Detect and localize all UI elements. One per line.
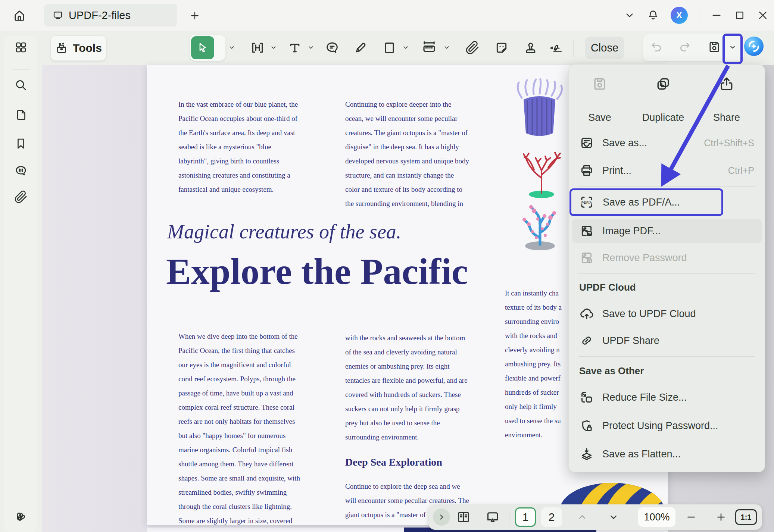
printer-icon	[579, 163, 594, 178]
bottombar-divider	[509, 510, 509, 524]
sidebar-item-appearance[interactable]	[14, 509, 28, 522]
shield-lock-icon	[579, 418, 594, 433]
menu-save-button[interactable]: Save	[575, 73, 624, 125]
reading-mode-button[interactable]	[452, 504, 475, 530]
menu-divider	[578, 186, 755, 187]
previous-page-button[interactable]	[571, 504, 593, 530]
cloud-upload-icon	[579, 306, 594, 321]
measure-tool-button[interactable]	[419, 36, 440, 60]
window-separator	[699, 8, 699, 23]
stamp-icon	[523, 40, 538, 55]
menu-item-image-pdf[interactable]: Image PDF...	[572, 219, 762, 243]
sidebar-item-search[interactable]	[14, 78, 28, 92]
doc-section-heading: Deep Sea Exploration	[345, 456, 442, 468]
sidebar-item-thumbnails[interactable]	[14, 41, 28, 54]
notifications-button[interactable]	[647, 9, 659, 22]
minimize-button[interactable]	[711, 9, 722, 21]
menu-item-remove-password[interactable]: Remove Password	[572, 246, 762, 270]
select-tool-chevron[interactable]	[227, 42, 237, 53]
close-editor-button[interactable]: Close	[585, 37, 624, 59]
save-icon	[707, 40, 721, 54]
menu-section-save-as-other: Save as Other	[579, 365, 644, 377]
measure-tool-chevron[interactable]	[442, 42, 452, 53]
collapse-chevron-button[interactable]	[624, 9, 636, 21]
bottom-toolbar: 1 2 100% 1:1	[428, 504, 762, 530]
maximize-button[interactable]	[734, 9, 746, 21]
doc-paragraph: In the vast embrace of our blue planet, …	[178, 97, 298, 197]
next-page-button[interactable]	[602, 504, 625, 530]
sidebar-item-bookmarks[interactable]	[14, 137, 28, 150]
menu-item-shortcut: Ctrl+P	[728, 165, 754, 176]
tab-title: UPDF-2-files	[69, 9, 131, 22]
select-tool-button[interactable]	[191, 36, 214, 59]
sidebar-item-attachments[interactable]	[14, 190, 28, 204]
sidebar-divider	[12, 69, 30, 70]
menu-item-save-as-flatten[interactable]: Save as Flatten...	[572, 442, 762, 466]
menu-item-save-to-updf-cloud[interactable]: Save to UPDF Cloud	[572, 302, 762, 326]
actual-size-button[interactable]: 1:1	[735, 509, 757, 525]
chevron-down-icon	[608, 511, 619, 523]
signature-icon	[547, 39, 565, 57]
zoom-level[interactable]: 100%	[638, 507, 675, 527]
user-avatar[interactable]: X	[671, 7, 688, 24]
sidebar-item-comments[interactable]	[14, 164, 28, 178]
menu-item-protect-using-password[interactable]: Protect Using Password...	[572, 414, 762, 438]
tools-button[interactable]: Tools	[50, 35, 106, 61]
close-window-button[interactable]	[757, 9, 769, 21]
menu-duplicate-label: Duplicate	[642, 112, 684, 123]
menu-item-label: Save to UPDF Cloud	[602, 308, 696, 320]
home-button[interactable]	[10, 6, 29, 25]
comment-icon	[325, 40, 340, 55]
page-button-2[interactable]: 2	[541, 507, 562, 527]
menu-divider	[578, 356, 755, 357]
doc-paragraph: When we dive deep into the bottom of the…	[178, 329, 301, 525]
save-button[interactable]	[704, 35, 725, 59]
presentation-mode-button[interactable]	[481, 504, 504, 530]
menu-duplicate-button[interactable]: Duplicate	[639, 73, 687, 125]
zoom-out-button[interactable]	[681, 504, 702, 530]
menu-item-label: Save as...	[602, 137, 647, 149]
remove-password-icon	[579, 250, 594, 265]
menu-item-save-as-pdfa[interactable]: PDF/A Save as PDF/A...	[569, 188, 723, 216]
menu-item-reduce-file-size[interactable]: Reduce File Size...	[572, 385, 762, 409]
menu-item-label: Save as PDF/A...	[603, 197, 680, 208]
new-tab-button[interactable]	[187, 8, 203, 23]
paperclip-icon	[465, 41, 480, 55]
attachment-tool-button[interactable]	[462, 36, 483, 60]
svg-text:PDF/A: PDF/A	[581, 200, 592, 204]
page-button-1[interactable]: 1	[515, 507, 536, 527]
page-number: 1	[522, 511, 529, 523]
collapse-bar-button[interactable]	[432, 504, 451, 530]
signature-tool-button[interactable]	[546, 36, 567, 60]
menu-item-save-as[interactable]: Save as... Ctrl+Shift+S	[572, 131, 762, 155]
comment-tool-button[interactable]	[322, 36, 343, 60]
zoom-value: 100%	[644, 511, 670, 523]
menu-share-button[interactable]: Share	[702, 73, 751, 125]
rectangle-icon	[382, 40, 397, 55]
bottombar-divider	[631, 510, 631, 524]
blue-coral-image	[516, 203, 564, 250]
pencil-tool-button[interactable]	[350, 36, 371, 60]
zoom-in-button[interactable]	[711, 504, 731, 530]
menu-item-label: Reduce File Size...	[602, 392, 687, 403]
toolbar-divider	[242, 39, 242, 57]
text-tool-chevron[interactable]	[306, 42, 316, 53]
stamp-tool-button[interactable]	[520, 36, 541, 60]
titlebar-controls: X	[624, 0, 769, 31]
menu-item-updf-share[interactable]: UPDF Share	[572, 329, 762, 353]
undo-button[interactable]	[646, 35, 667, 59]
chevron-up-icon	[577, 511, 588, 523]
sticker-tool-button[interactable]	[491, 36, 512, 60]
shape-tool-chevron[interactable]	[401, 42, 411, 53]
document-tab[interactable]: UPDF-2-files	[44, 4, 177, 26]
menu-item-print[interactable]: Print... Ctrl+P	[572, 159, 762, 182]
heading-tool-button[interactable]	[247, 36, 268, 60]
redo-button[interactable]	[674, 35, 695, 59]
heading-tool-chevron[interactable]	[269, 42, 278, 53]
sidebar-item-pages[interactable]	[14, 108, 28, 122]
ai-assistant-button[interactable]	[743, 36, 764, 57]
shape-tool-button[interactable]	[379, 36, 400, 60]
minus-icon	[686, 511, 697, 523]
text-tool-button[interactable]	[284, 36, 305, 60]
menu-item-label: Save as Flatten...	[602, 448, 681, 460]
